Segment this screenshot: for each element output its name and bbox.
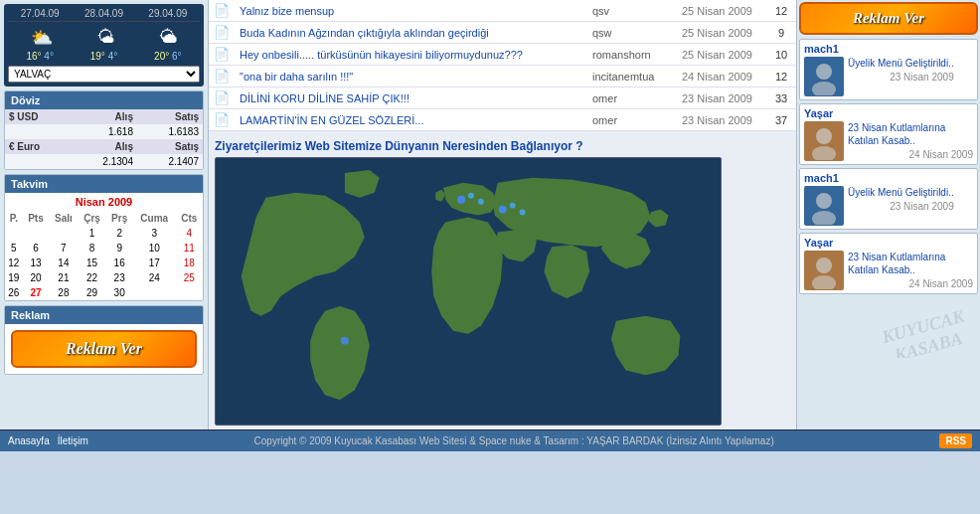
weather-box: 27.04.09 28.04.09 29.04.09 ⛅ 🌤 🌥 16° 4° … <box>4 4 204 86</box>
user-post-content: Üyelik Menü Geliştirildi.. 23 Nisan 2009 <box>848 57 954 83</box>
user-post-date: 23 Nisan 2009 <box>848 201 954 212</box>
post-author: omer <box>587 87 677 109</box>
reklam-button[interactable]: Reklam Ver <box>11 330 197 368</box>
weather-icon-1: ⛅ <box>31 27 53 49</box>
table-row[interactable]: 📄 "ona bir daha sarılın !!!" incitanemtu… <box>209 66 796 87</box>
user-post-username: Yaşar <box>804 107 973 119</box>
avatar-svg <box>805 58 843 95</box>
table-row[interactable]: 📄 LAMARTİN'İN EN GÜZEL SÖZLERİ... omer 2… <box>209 109 796 131</box>
user-avatar <box>804 186 844 226</box>
post-count: 37 <box>766 109 796 131</box>
weather-temps: 16° 4° 19° 4° 20° 6° <box>8 51 200 62</box>
weather-icons: ⛅ 🌤 🌥 <box>8 25 200 51</box>
svg-point-9 <box>812 82 836 95</box>
table-row[interactable]: 📄 DİLİNİ KORU DİLİNE SAHİP ÇIK!!! omer 2… <box>209 87 796 109</box>
post-title[interactable]: Buda Kadının Ağzından çıktığıyla aklında… <box>235 22 587 44</box>
user-post-date: 24 Nisan 2009 <box>848 278 973 289</box>
svg-point-5 <box>510 203 516 209</box>
euro-alis: 2.1304 <box>72 154 137 169</box>
user-post-content: Üyelik Menü Geliştirildi.. 23 Nisan 2009 <box>848 186 954 212</box>
user-post-item: mach1 Üyelik Menü Geliştirildi.. 23 Nisa… <box>799 39 978 100</box>
user-post-content: 23 Nisan Kutlamlarına Katılan Kasab.. 24… <box>848 251 973 289</box>
weather-date-1: 27.04.09 <box>21 8 60 19</box>
svg-point-4 <box>499 206 507 214</box>
user-post-date: 23 Nisan 2009 <box>848 72 954 83</box>
svg-point-6 <box>520 210 526 216</box>
svg-point-13 <box>812 211 836 225</box>
svg-point-7 <box>341 337 349 345</box>
svg-point-1 <box>457 196 465 204</box>
user-post-text[interactable]: 23 Nisan Kutlamlarına Katılan Kasab.. <box>848 251 973 276</box>
map-section: Ziyaretçilerimiz Web Sitemize Dünyanın N… <box>209 131 796 429</box>
post-icon: 📄 <box>209 22 235 44</box>
posts-table: 📄 Yalnız bize mensup qsv 25 Nisan 2009 1… <box>209 0 796 131</box>
post-author: romanshorn <box>587 44 677 66</box>
svg-point-3 <box>478 199 484 205</box>
world-map-container <box>215 157 722 426</box>
reklam-title: Reklam <box>5 306 203 324</box>
left-sidebar: 27.04.09 28.04.09 29.04.09 ⛅ 🌤 🌥 16° 4° … <box>0 0 209 429</box>
footer-link-anasayfa[interactable]: Anasayfa <box>8 435 50 446</box>
euro-satis: 2.1407 <box>137 154 203 169</box>
svg-point-10 <box>816 128 832 144</box>
post-author: qsv <box>587 0 677 22</box>
kasaba-text: KUYUCAKKASABA <box>880 306 968 358</box>
world-map-svg <box>216 158 721 425</box>
euro-label: € Euro <box>5 139 72 154</box>
reklam-box: Reklam Reklam Ver <box>4 305 204 375</box>
post-icon: 📄 <box>209 44 235 66</box>
user-post-username: mach1 <box>804 172 973 184</box>
alis-header: Alış <box>72 109 137 124</box>
svg-point-2 <box>468 193 474 199</box>
doviz-table: $ USD Alış Satış 1.618 1.6183 € Euro Alı… <box>5 109 203 169</box>
post-date: 23 Nisan 2009 <box>677 87 766 109</box>
post-title[interactable]: Yalnız bize mensup <box>235 0 587 22</box>
usd-satis: 1.6183 <box>137 124 203 139</box>
post-date: 25 Nisan 2009 <box>677 22 766 44</box>
user-avatar <box>804 57 844 96</box>
post-author: omer <box>587 109 677 131</box>
avatar-svg <box>805 187 843 225</box>
post-title[interactable]: "ona bir daha sarılın !!!" <box>235 66 587 87</box>
post-count: 12 <box>766 66 796 87</box>
table-row[interactable]: 📄 Hey onbesili..... türküsünün hikayesin… <box>209 44 796 66</box>
footer-rss[interactable]: RSS <box>939 433 972 448</box>
svg-point-12 <box>816 193 832 209</box>
post-date: 25 Nisan 2009 <box>677 44 766 66</box>
post-count: 33 <box>766 87 796 109</box>
map-title: Ziyaretçilerimiz Web Sitemize Dünyanın N… <box>215 135 790 157</box>
footer-copyright: Copyright © 2009 Kuyucak Kasabası Web Si… <box>254 435 774 446</box>
post-date: 24 Nisan 2009 <box>677 66 766 87</box>
user-post-username: mach1 <box>804 43 973 55</box>
posts-section: 📄 Yalnız bize mensup qsv 25 Nisan 2009 1… <box>209 0 796 131</box>
satis-header: Satış <box>137 109 203 124</box>
user-post-content: 23 Nisan Kutlamlarına Katılan Kasab.. 24… <box>848 121 973 160</box>
svg-point-11 <box>812 146 836 160</box>
user-post-text[interactable]: Üyelik Menü Geliştirildi.. <box>848 186 954 199</box>
user-post-item: Yaşar 23 Nisan Kutlamlarına Katılan Kasa… <box>799 103 978 165</box>
table-row[interactable]: 📄 Buda Kadının Ağzından çıktığıyla aklın… <box>209 22 796 44</box>
footer-link-iletisim[interactable]: İletişim <box>58 435 88 446</box>
post-title[interactable]: Hey onbesili..... türküsünün hikayesini … <box>235 44 587 66</box>
doviz-box: Döviz $ USD Alış Satış 1.618 1.6183 € Eu… <box>4 90 204 170</box>
post-title[interactable]: LAMARTİN'İN EN GÜZEL SÖZLERİ... <box>235 109 587 131</box>
weather-date-3: 29.04.09 <box>148 8 187 19</box>
user-post-text[interactable]: Üyelik Menü Geliştirildi.. <box>848 57 954 70</box>
user-post-text[interactable]: 23 Nisan Kutlamlarına Katılan Kasab.. <box>848 121 973 147</box>
user-post-username: Yaşar <box>804 237 973 249</box>
location-select[interactable]: YALVAÇ <box>8 66 200 83</box>
user-post-item: Yaşar 23 Nisan Kutlamlarına Katılan Kasa… <box>799 233 978 294</box>
post-count: 10 <box>766 44 796 66</box>
post-icon: 📄 <box>209 0 235 22</box>
right-reklam-button[interactable]: Reklam Ver <box>799 2 978 35</box>
weather-icon-3: 🌥 <box>160 27 178 49</box>
reklam-content: Reklam Ver <box>5 324 203 374</box>
weather-location[interactable]: YALVAÇ <box>8 66 200 83</box>
table-row[interactable]: 📄 Yalnız bize mensup qsv 25 Nisan 2009 1… <box>209 0 796 22</box>
post-title[interactable]: DİLİNİ KORU DİLİNE SAHİP ÇIK!!! <box>235 87 587 109</box>
post-icon: 📄 <box>209 109 235 131</box>
footer-links: Anasayfa İletişim <box>8 435 88 446</box>
post-icon: 📄 <box>209 66 235 87</box>
svg-point-15 <box>812 275 836 289</box>
takvim-title: Takvim <box>5 175 203 193</box>
